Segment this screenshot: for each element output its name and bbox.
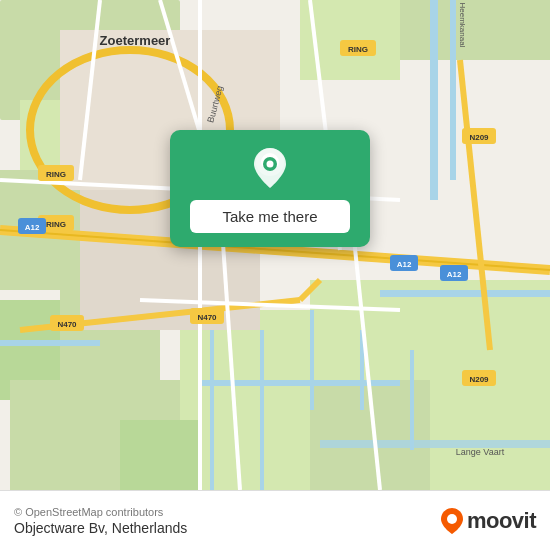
svg-rect-12 (430, 380, 550, 490)
svg-text:N209: N209 (469, 133, 489, 142)
svg-text:Heemkanaal: Heemkanaal (458, 3, 467, 48)
svg-text:RING: RING (46, 220, 66, 229)
svg-rect-21 (260, 330, 264, 490)
svg-rect-7 (400, 0, 550, 60)
svg-text:Lange Vaart: Lange Vaart (456, 447, 505, 457)
svg-rect-24 (410, 350, 414, 450)
svg-text:RING: RING (46, 170, 66, 179)
take-me-there-button[interactable]: Take me there (190, 200, 350, 233)
moovit-logo: moovit (441, 508, 536, 534)
svg-rect-15 (450, 0, 456, 180)
svg-text:N470: N470 (57, 320, 77, 329)
svg-text:A12: A12 (447, 270, 462, 279)
svg-text:N209: N209 (469, 375, 489, 384)
svg-rect-22 (310, 310, 314, 410)
svg-text:A12: A12 (25, 223, 40, 232)
svg-point-68 (267, 161, 274, 168)
moovit-pin-icon (441, 508, 463, 534)
svg-point-69 (447, 514, 457, 524)
svg-text:RING: RING (348, 45, 368, 54)
bottom-bar: © OpenStreetMap contributors Objectware … (0, 490, 550, 550)
svg-rect-14 (430, 0, 438, 200)
moovit-brand-text: moovit (467, 508, 536, 534)
map-pin-icon (248, 146, 292, 190)
location-name: Objectware Bv, Netherlands (14, 520, 187, 536)
svg-rect-16 (380, 290, 550, 297)
svg-rect-11 (120, 420, 200, 490)
svg-text:N470: N470 (197, 313, 217, 322)
copyright-text: © OpenStreetMap contributors (14, 506, 187, 518)
svg-rect-20 (210, 310, 214, 490)
svg-rect-18 (0, 340, 100, 346)
svg-text:Zoetermeer: Zoetermeer (100, 33, 171, 48)
location-card: Take me there (170, 130, 370, 247)
svg-text:A12: A12 (397, 260, 412, 269)
map-container: RING RING RING A12 A12 A12 N209 N209 N47… (0, 0, 550, 490)
bottom-left: © OpenStreetMap contributors Objectware … (14, 506, 187, 536)
svg-rect-19 (320, 440, 550, 448)
